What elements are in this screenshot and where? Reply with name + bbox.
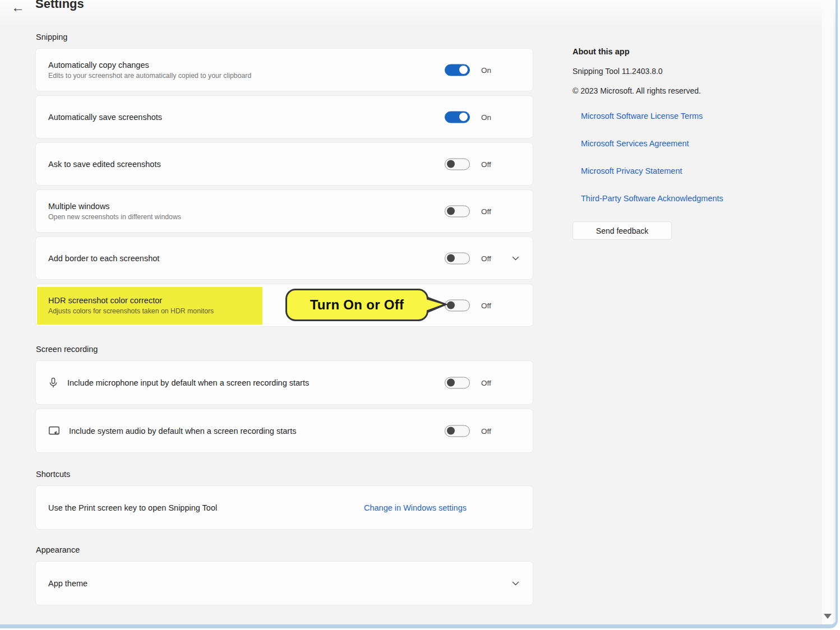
license-terms-link[interactable]: Microsoft Software License Terms xyxy=(581,112,786,121)
toggle-knob xyxy=(447,254,455,262)
toggle-hdr-corrector[interactable] xyxy=(445,299,470,311)
chevron-down-icon[interactable] xyxy=(512,256,519,261)
toggle-auto-copy[interactable] xyxy=(445,64,470,76)
setting-title: Automatically save screenshots xyxy=(48,113,162,122)
toggle-knob xyxy=(459,66,468,74)
toggle-auto-save[interactable] xyxy=(445,111,470,123)
setting-row-hdr-corrector: HDR screenshot color corrector Adjusts c… xyxy=(35,284,533,327)
toggle-ask-save[interactable] xyxy=(445,158,470,170)
setting-title: HDR screenshot color corrector xyxy=(48,296,214,305)
setting-row-ask-save: Ask to save edited screenshots Off xyxy=(35,142,533,186)
setting-row-auto-copy: Automatically copy changes Edits to your… xyxy=(35,48,533,91)
setting-title: Ask to save edited screenshots xyxy=(48,160,161,169)
setting-title: Automatically copy changes xyxy=(48,61,251,70)
toggle-knob xyxy=(447,379,455,387)
setting-row-system-audio: Include system audio by default when a s… xyxy=(35,409,533,453)
section-label-screen-recording: Screen recording xyxy=(36,345,533,354)
section-label-snipping: Snipping xyxy=(36,33,533,41)
section-label-shortcuts: Shortcuts xyxy=(36,470,533,479)
toggle-state-label: Off xyxy=(481,301,491,309)
setting-row-auto-save: Automatically save screenshots On xyxy=(35,95,533,138)
toggle-multiple-windows[interactable] xyxy=(445,205,470,217)
toggle-microphone[interactable] xyxy=(445,377,470,388)
settings-window: ← Settings Snipping Automatically copy c… xyxy=(0,0,838,628)
setting-title: App theme xyxy=(48,579,87,588)
setting-description: Open new screenshots in different window… xyxy=(48,213,181,221)
setting-title: Add border to each screenshot xyxy=(48,254,159,263)
setting-row-add-border[interactable]: Add border to each screenshot Off xyxy=(35,237,533,280)
toggle-knob xyxy=(447,427,455,435)
chevron-down-icon[interactable] xyxy=(512,581,519,586)
display-audio-icon xyxy=(48,425,60,437)
microphone-icon xyxy=(48,377,58,389)
change-windows-settings-link[interactable]: Change in Windows settings xyxy=(364,503,467,512)
toggle-state-label: Off xyxy=(481,254,491,262)
setting-title: Include system audio by default when a s… xyxy=(69,427,296,436)
setting-row-multiple-windows: Multiple windows Open new screenshots in… xyxy=(35,189,533,233)
setting-row-microphone: Include microphone input by default when… xyxy=(35,360,533,405)
toggle-state-label: Off xyxy=(481,427,491,435)
section-label-appearance: Appearance xyxy=(36,545,533,554)
toggle-knob xyxy=(459,113,468,121)
setting-title: Multiple windows xyxy=(48,202,181,211)
setting-description: Adjusts colors for screenshots taken on … xyxy=(48,307,214,315)
toggle-state-label: Off xyxy=(481,207,491,215)
toggle-add-border[interactable] xyxy=(445,252,470,264)
scrollbar-track[interactable] xyxy=(822,0,833,624)
toggle-state-label: On xyxy=(481,113,491,121)
turn-on-off-callout: Turn On or Off xyxy=(285,289,428,321)
setting-title: Include microphone input by default when… xyxy=(67,378,309,387)
services-agreement-link[interactable]: Microsoft Services Agreement xyxy=(581,139,786,148)
settings-list: Snipping Automatically copy changes Edit… xyxy=(35,0,533,609)
app-version: Snipping Tool 11.2403.8.0 xyxy=(573,67,786,76)
about-title: About this app xyxy=(573,47,786,56)
copyright-text: © 2023 Microsoft. All rights reserved. xyxy=(573,86,786,95)
scrollbar-down-arrow-icon[interactable] xyxy=(824,614,832,619)
setting-title: Use the Print screen key to open Snippin… xyxy=(48,503,217,512)
send-feedback-button[interactable]: Send feedback xyxy=(573,221,672,240)
setting-row-print-screen: Use the Print screen key to open Snippin… xyxy=(35,485,533,530)
toggle-knob xyxy=(447,160,455,168)
third-party-acknowledgments-link[interactable]: Third-Party Software Acknowledgments xyxy=(581,194,786,203)
toggle-state-label: Off xyxy=(481,160,491,168)
setting-row-app-theme[interactable]: App theme xyxy=(35,561,533,605)
privacy-statement-link[interactable]: Microsoft Privacy Statement xyxy=(581,166,786,175)
toggle-state-label: On xyxy=(481,66,491,74)
setting-description: Edits to your screenshot are automatical… xyxy=(48,72,251,80)
toggle-system-audio[interactable] xyxy=(445,425,470,437)
back-button[interactable]: ← xyxy=(11,0,25,16)
about-panel: About this app Snipping Tool 11.2403.8.0… xyxy=(573,47,786,240)
toggle-state-label: Off xyxy=(481,378,491,387)
callout-text: Turn On or Off xyxy=(310,297,404,313)
toggle-knob xyxy=(447,207,455,215)
toggle-knob xyxy=(447,302,455,309)
